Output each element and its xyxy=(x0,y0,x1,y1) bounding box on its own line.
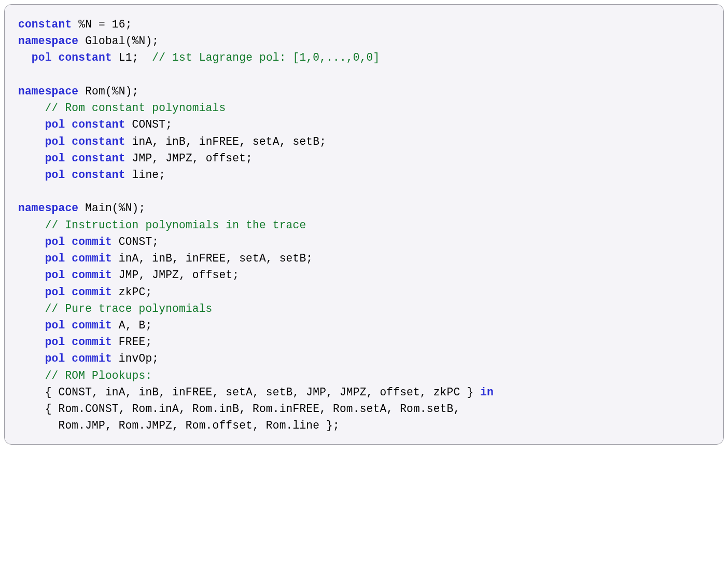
code-line: pol commit A, B; xyxy=(18,319,152,332)
code-line: { Rom.CONST, Rom.inA, Rom.inB, Rom.inFRE… xyxy=(18,403,460,415)
code-line: // Rom constant polynomials xyxy=(18,102,226,114)
code-line: namespace Main(%N); xyxy=(18,202,145,214)
code-line: pol commit invOp; xyxy=(18,352,159,365)
code-line: pol commit inA, inB, inFREE, setA, setB; xyxy=(18,252,313,265)
code-line: // ROM Plookups: xyxy=(18,369,152,382)
code-line: pol constant L1; // 1st Lagrange pol: [1… xyxy=(18,51,380,64)
code-line: namespace Global(%N); xyxy=(18,35,159,47)
code-line: pol commit CONST; xyxy=(18,236,159,248)
code-line: pol commit zkPC; xyxy=(18,286,152,298)
code-line: pol constant line; xyxy=(18,169,165,181)
code-line: pol constant JMP, JMPZ, offset; xyxy=(18,152,253,164)
code-line: { CONST, inA, inB, inFREE, setA, setB, J… xyxy=(18,386,494,398)
code-line: // Pure trace polynomials xyxy=(18,302,213,315)
code-line: pol constant CONST; xyxy=(18,118,172,131)
code-line: // Instruction polynomials in the trace xyxy=(18,219,306,231)
code-line: pol constant inA, inB, inFREE, setA, set… xyxy=(18,135,326,148)
code-line: constant %N = 16; xyxy=(18,18,132,31)
code-line: pol commit FREE; xyxy=(18,336,152,348)
code-panel: constant %N = 16; namespace Global(%N); … xyxy=(4,4,724,445)
code-line: Rom.JMP, Rom.JMPZ, Rom.offset, Rom.line … xyxy=(18,419,340,432)
code-line: namespace Rom(%N); xyxy=(18,85,138,98)
code-line: pol commit JMP, JMPZ, offset; xyxy=(18,269,239,281)
